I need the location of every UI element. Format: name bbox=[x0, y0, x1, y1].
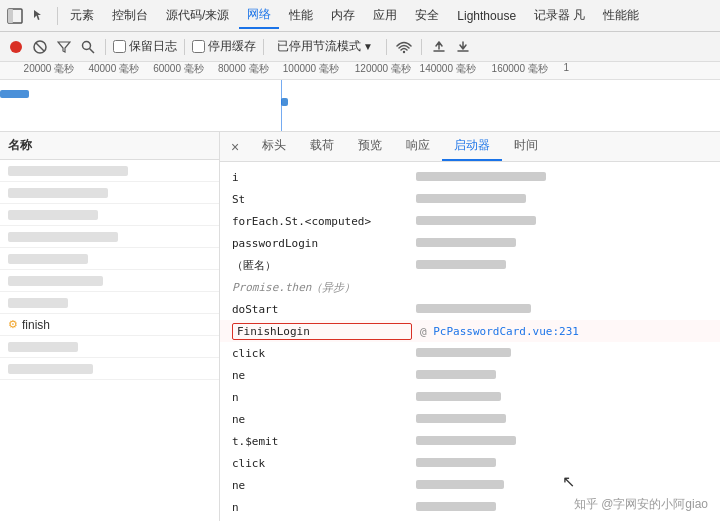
async-label: Promise.then（异步） bbox=[232, 280, 412, 295]
stack-row[interactable]: n bbox=[220, 496, 720, 518]
stack-row[interactable]: i bbox=[220, 166, 720, 188]
throttle-dropdown[interactable]: 已停用节流模式 ▼ bbox=[271, 35, 379, 58]
menu-memory[interactable]: 内存 bbox=[323, 3, 363, 28]
svg-point-7 bbox=[403, 50, 405, 52]
tab-headers[interactable]: 标头 bbox=[250, 132, 298, 161]
stack-function: click bbox=[232, 457, 412, 470]
list-item[interactable] bbox=[0, 204, 219, 226]
stack-row[interactable]: ne bbox=[220, 474, 720, 496]
ruler-tick-6: 120000 毫秒 bbox=[353, 62, 411, 76]
location-blur bbox=[416, 194, 526, 203]
stack-location bbox=[416, 413, 506, 426]
location-blur bbox=[416, 502, 496, 511]
item-blur bbox=[8, 188, 108, 198]
stack-row[interactable]: n bbox=[220, 386, 720, 408]
stack-function: ne bbox=[232, 479, 412, 492]
stack-row[interactable]: doStart bbox=[220, 298, 720, 320]
menu-network[interactable]: 网络 bbox=[239, 2, 279, 29]
list-item[interactable] bbox=[0, 358, 219, 380]
stack-row[interactable]: click bbox=[220, 342, 720, 364]
ruler-tick-9: 1 bbox=[562, 62, 570, 73]
keep-log-input[interactable] bbox=[113, 40, 126, 53]
stack-row[interactable]: passwordLogin bbox=[220, 232, 720, 254]
disable-cache-input[interactable] bbox=[192, 40, 205, 53]
menu-security[interactable]: 安全 bbox=[407, 3, 447, 28]
location-blur bbox=[416, 414, 506, 423]
tab-timing[interactable]: 时间 bbox=[502, 132, 550, 161]
stack-row[interactable]: ne bbox=[220, 408, 720, 430]
stack-function: St bbox=[232, 193, 412, 206]
location-link[interactable]: PcPasswordCard.vue:231 bbox=[433, 325, 579, 338]
ruler-tick-3: 60000 毫秒 bbox=[151, 62, 204, 76]
stack-function: （匿名） bbox=[232, 258, 412, 273]
list-item[interactable] bbox=[0, 336, 219, 358]
stack-function: click bbox=[232, 347, 412, 360]
stack-row[interactable]: forEach.St.<computed> bbox=[220, 210, 720, 232]
item-blur bbox=[8, 342, 78, 352]
list-item[interactable] bbox=[0, 182, 219, 204]
location-blur bbox=[416, 216, 536, 225]
stack-row[interactable]: St bbox=[220, 188, 720, 210]
keep-log-label: 保留日志 bbox=[129, 38, 177, 55]
stack-location bbox=[416, 347, 511, 360]
timeline-area: 20000 毫秒 40000 毫秒 60000 毫秒 80000 毫秒 1000… bbox=[0, 62, 720, 132]
tab-initiator[interactable]: 启动器 bbox=[442, 132, 502, 161]
list-item[interactable] bbox=[0, 270, 219, 292]
menu-console[interactable]: 控制台 bbox=[104, 3, 156, 28]
throttle-chevron: ▼ bbox=[363, 41, 373, 52]
close-panel-button[interactable]: × bbox=[224, 136, 246, 158]
stack-row[interactable]: t.$emit bbox=[220, 430, 720, 452]
call-stack-panel: i St forEach.St.<computed> passwordLogin… bbox=[220, 162, 720, 521]
menu-recorder[interactable]: 记录器 凡 bbox=[526, 3, 593, 28]
import-icon[interactable] bbox=[429, 37, 449, 57]
timeline-bar-2 bbox=[281, 98, 288, 106]
stack-row[interactable]: ne bbox=[220, 364, 720, 386]
menu-separator-1 bbox=[57, 7, 58, 25]
finish-login-function: FinishLogin bbox=[232, 323, 412, 340]
toolbar-sep-2 bbox=[184, 39, 185, 55]
list-item[interactable] bbox=[0, 226, 219, 248]
item-blur bbox=[8, 254, 88, 264]
devtools-left-icons bbox=[4, 5, 49, 27]
devtools-toggle-icon[interactable] bbox=[4, 5, 26, 27]
tab-response[interactable]: 响应 bbox=[394, 132, 442, 161]
list-item[interactable] bbox=[0, 160, 219, 182]
stack-location bbox=[416, 369, 496, 382]
item-blur bbox=[8, 166, 128, 176]
stack-row[interactable]: （匿名） bbox=[220, 254, 720, 276]
svg-point-5 bbox=[83, 41, 91, 49]
menu-application[interactable]: 应用 bbox=[365, 3, 405, 28]
search-icon[interactable] bbox=[78, 37, 98, 57]
filter-icon[interactable] bbox=[54, 37, 74, 57]
stack-location bbox=[416, 171, 546, 184]
menu-sources[interactable]: 源代码/来源 bbox=[158, 3, 237, 28]
stack-location bbox=[416, 259, 506, 272]
stack-row[interactable]: click bbox=[220, 452, 720, 474]
menu-lighthouse[interactable]: Lighthouse bbox=[449, 5, 524, 27]
menu-elements[interactable]: 元素 bbox=[62, 3, 102, 28]
network-conditions-icon[interactable] bbox=[394, 37, 414, 57]
stop-recording-button[interactable] bbox=[6, 37, 26, 57]
tab-bar: × 标头 载荷 预览 响应 启动器 时间 bbox=[220, 132, 720, 162]
keep-log-checkbox[interactable]: 保留日志 bbox=[113, 38, 177, 55]
clear-button[interactable] bbox=[30, 37, 50, 57]
finish-item[interactable]: ⚙ finish bbox=[0, 314, 219, 336]
location-at: @ bbox=[420, 325, 427, 338]
item-blur bbox=[8, 276, 103, 286]
menu-performance[interactable]: 性能 bbox=[281, 3, 321, 28]
stack-location bbox=[416, 391, 501, 404]
stack-function: n bbox=[232, 391, 412, 404]
stack-row-highlighted[interactable]: FinishLogin @ PcPasswordCard.vue:231 bbox=[220, 320, 720, 342]
list-item[interactable] bbox=[0, 248, 219, 270]
list-item[interactable] bbox=[0, 292, 219, 314]
tab-preview[interactable]: 预览 bbox=[346, 132, 394, 161]
stack-location bbox=[416, 215, 536, 228]
inspect-icon[interactable] bbox=[27, 5, 49, 27]
location-blur bbox=[416, 348, 511, 357]
export-icon[interactable] bbox=[453, 37, 473, 57]
stack-location bbox=[416, 237, 516, 250]
menu-performance2[interactable]: 性能能 bbox=[595, 3, 647, 28]
ruler-tick-2: 40000 毫秒 bbox=[86, 62, 139, 76]
tab-payload[interactable]: 载荷 bbox=[298, 132, 346, 161]
disable-cache-checkbox[interactable]: 停用缓存 bbox=[192, 38, 256, 55]
